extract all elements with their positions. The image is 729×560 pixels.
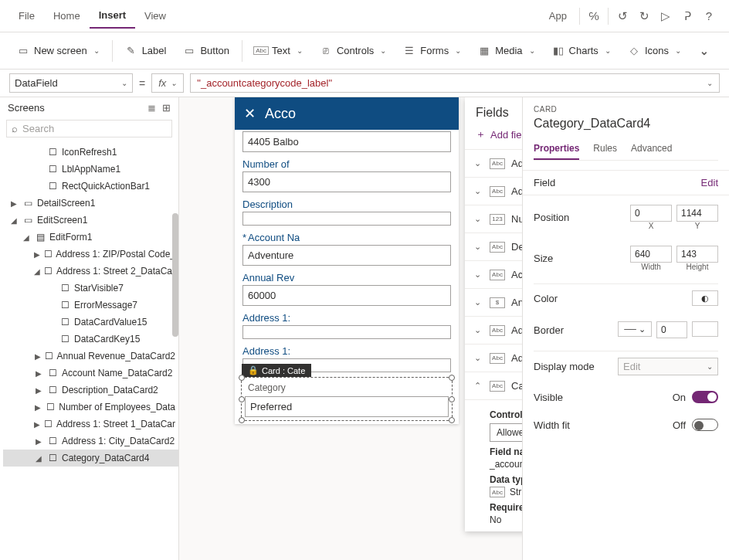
property-selector[interactable]: DataField⌄	[9, 73, 133, 93]
field-item[interactable]: ⌄AbcAccount Name	[465, 261, 522, 289]
tree-toggle-icon[interactable]: ▶	[34, 369, 43, 378]
app-label[interactable]: App	[540, 4, 576, 28]
field-item[interactable]: ⌄AbcAddress 1: Street 1	[465, 178, 522, 205]
tab-advanced[interactable]: Advanced	[631, 140, 672, 160]
input-field[interactable]: 4405 Balbo	[242, 131, 451, 152]
tree-item[interactable]: ☐LblAppName1	[3, 161, 178, 178]
tree-list-icon[interactable]: ≣	[147, 102, 156, 114]
tree-item[interactable]: ☐DataCardValue15	[3, 314, 178, 331]
width-input[interactable]: 640	[630, 246, 672, 263]
tree-item[interactable]: ☐IconRefresh1	[3, 144, 178, 161]
field-item[interactable]: ⌄AbcDescription	[465, 233, 522, 261]
ribbon-label[interactable]: ✎Label	[117, 40, 175, 62]
menu-file[interactable]: File	[9, 4, 44, 28]
tree-item[interactable]: ▶☐Number of Employees_Data	[3, 399, 178, 416]
form-field-input[interactable]: 60000	[242, 285, 451, 306]
tree-item[interactable]: ☐DataCardKey15	[3, 331, 178, 348]
help-icon[interactable]: ?	[698, 9, 720, 22]
fx-label[interactable]: fx⌄	[151, 73, 184, 93]
selected-card[interactable]: 🔒Card : Cate Category Preferred	[241, 377, 453, 421]
menu-insert[interactable]: Insert	[90, 3, 135, 29]
edit-field-link[interactable]: Edit	[701, 177, 718, 188]
tab-properties[interactable]: Properties	[534, 140, 579, 160]
visible-toggle[interactable]	[692, 391, 718, 403]
chevron-icon: ⌄	[474, 270, 483, 280]
formula-input[interactable]: "_accountcategorycode_label"⌄	[190, 73, 720, 93]
color-picker[interactable]: ◐	[692, 290, 718, 306]
tree-item[interactable]: ◢▭EditScreen1	[3, 212, 178, 229]
height-input[interactable]: 143	[676, 246, 718, 263]
control-type-select[interactable]: Allowed Values⌄	[490, 423, 522, 442]
ribbon-icons[interactable]: ◇Icons⌄	[620, 40, 689, 62]
ribbon-forms[interactable]: ☰Forms⌄	[395, 40, 469, 62]
control-icon: ☐	[59, 300, 71, 311]
menu-view[interactable]: View	[135, 4, 175, 28]
ribbon-new-screen[interactable]: ▭New screen⌄	[9, 40, 107, 62]
tree-item[interactable]: ▶▭DetailScreen1	[3, 195, 178, 212]
field-item[interactable]: ⌄AbcAddress 1: Street 2	[465, 317, 522, 344]
menu-home[interactable]: Home	[44, 4, 90, 28]
border-width-input[interactable]: 0	[656, 321, 687, 338]
tree-search[interactable]: ⌕Search	[6, 120, 172, 137]
tree-toggle-icon[interactable]: ▶	[34, 352, 41, 361]
form-field-input[interactable]	[242, 325, 451, 339]
tree-toggle-icon[interactable]: ◢	[34, 454, 43, 463]
ribbon-more[interactable]: ⌄	[690, 40, 717, 62]
tree-toggle-icon[interactable]: ▶	[34, 250, 41, 259]
tree-item[interactable]: ☐RectQuickActionBar1	[3, 178, 178, 195]
widthfit-toggle[interactable]	[692, 419, 718, 431]
form-field-input[interactable]: Adventure	[242, 245, 451, 266]
tree-item[interactable]: ▶☐Address 1: ZIP/Postal Code_	[3, 246, 178, 263]
tree-thumbs-icon[interactable]: ⊞	[162, 102, 171, 114]
tree-item[interactable]: ▶☐Account Name_DataCard2	[3, 365, 178, 382]
tree-item[interactable]: ☐ErrorMessage7	[3, 297, 178, 314]
tree-toggle-icon[interactable]: ◢	[9, 216, 19, 225]
pos-y-input[interactable]: 1144	[676, 205, 718, 222]
form-field-input[interactable]	[242, 212, 451, 226]
field-item[interactable]: ⌄$Annual Revenue	[465, 289, 522, 317]
tree-item[interactable]: ▶☐Description_DataCard2	[3, 382, 178, 399]
tree-item[interactable]: ▶☐Address 1: City_DataCard2	[3, 433, 178, 450]
ribbon-controls[interactable]: ⎚Controls⌄	[312, 40, 394, 62]
tree-toggle-icon[interactable]: ▶	[34, 403, 42, 412]
control-icon: ☐	[46, 436, 59, 446]
field-item[interactable]: ⌄AbcAddress 1: City	[465, 150, 522, 178]
tree-item[interactable]: ◢☐Category_DataCard4	[3, 450, 178, 467]
checker-icon[interactable]: ℅	[583, 9, 605, 22]
close-icon[interactable]: ✕	[244, 105, 256, 122]
form-field-input[interactable]: 4300	[242, 171, 451, 192]
tab-rules[interactable]: Rules	[593, 140, 617, 160]
tree-item[interactable]: ▶☐Annual Revenue_DataCard2	[3, 348, 178, 365]
redo-icon[interactable]: ↻	[633, 9, 655, 23]
ribbon-charts[interactable]: ▮▯Charts⌄	[544, 40, 619, 62]
field-item[interactable]: ⌄123Number of Employees	[465, 205, 522, 233]
card-type-label: CARD	[534, 105, 718, 114]
tree-item[interactable]: ◢☐Address 1: Street 2_DataCar	[3, 263, 178, 280]
display-mode-select[interactable]: Edit⌄	[618, 358, 718, 375]
ribbon-media[interactable]: ▦Media⌄	[470, 40, 542, 62]
undo-icon[interactable]: ↺	[612, 9, 633, 23]
tree-toggle-icon[interactable]: ◢	[34, 267, 41, 276]
field-item[interactable]: ⌄AbcAddress 1: ZIP/Postal Code	[465, 344, 522, 372]
datatype-icon: 123	[490, 214, 505, 225]
category-value[interactable]: Preferred	[245, 396, 449, 417]
tree-toggle-icon[interactable]: ▶	[9, 199, 19, 208]
tree-toggle-icon[interactable]: ▶	[34, 420, 41, 429]
play-icon[interactable]: ▷	[655, 9, 676, 23]
tree-toggle-icon[interactable]: ▶	[34, 437, 43, 446]
share-icon[interactable]: ᕈ	[676, 9, 698, 23]
border-style[interactable]: ── ⌄	[618, 321, 652, 337]
border-color[interactable]	[692, 321, 718, 337]
tree-toggle-icon[interactable]: ▶	[34, 386, 43, 395]
datatype-icon: Abc	[490, 270, 505, 280]
tree-toggle-icon[interactable]: ◢	[22, 233, 31, 242]
tree-scrollbar[interactable]	[172, 120, 178, 560]
tree-item[interactable]: ▶☐Address 1: Street 1_DataCar	[3, 416, 178, 433]
ribbon-button[interactable]: ▭Button	[175, 40, 237, 62]
field-item[interactable]: ⌃AbcCategory⋯	[465, 372, 522, 400]
ribbon-text[interactable]: AbcText⌄	[247, 40, 310, 62]
pos-x-input[interactable]: 0	[630, 205, 672, 222]
tree-item[interactable]: ☐StarVisible7	[3, 280, 178, 297]
tree-item[interactable]: ◢▤EditForm1	[3, 229, 178, 246]
add-field-button[interactable]: ＋Add field	[476, 127, 522, 141]
